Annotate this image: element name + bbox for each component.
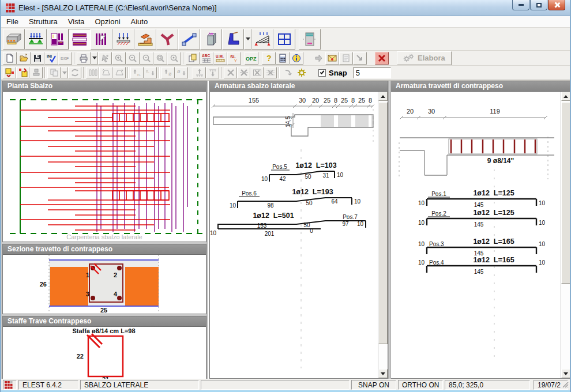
scroll-thumb[interactable] [378, 102, 388, 344]
staffe-canvas[interactable]: Staffa ø8/14 cm L=98 22 21 [3, 327, 206, 382]
decrease-count-button[interactable]: n. [144, 67, 157, 78]
raise-bar-button[interactable] [193, 67, 206, 78]
zoom-in-button[interactable] [112, 52, 126, 65]
snap-grid-size-input[interactable] [353, 67, 391, 78]
print-dropdown-button[interactable] [91, 52, 98, 65]
calculator-button[interactable] [276, 52, 290, 65]
text-table-button[interactable]: ABC [200, 52, 213, 65]
settings-gear-button[interactable] [295, 67, 308, 78]
minimize-button[interactable] [512, 0, 529, 10]
report-button[interactable] [339, 52, 353, 65]
status-coordinates: 85,0; 325,0 [445, 380, 530, 390]
info-button[interactable] [290, 52, 303, 65]
stair-3d-button[interactable] [134, 29, 156, 50]
svg-text:201: 201 [265, 231, 275, 237]
slab-plan-button[interactable] [47, 29, 69, 50]
increase-diameter-button[interactable]: ø [161, 67, 175, 78]
close-button[interactable] [548, 0, 565, 10]
menu-aiuto[interactable]: Aiuto [126, 16, 153, 27]
zoom-window-button[interactable] [167, 52, 181, 65]
distributed-load-button[interactable] [112, 29, 134, 50]
copy-bar-button[interactable] [47, 67, 61, 78]
retaining-wall-button[interactable] [222, 29, 244, 50]
status-snap[interactable]: SNAP ON [351, 380, 396, 390]
menu-file[interactable]: File [1, 16, 24, 27]
armatura-sbalzo-canvas[interactable]: 155 30 20 25 8 25 8 25 8 [210, 92, 378, 378]
inclined-beam-button[interactable] [178, 29, 200, 50]
load-positions-button[interactable] [16, 67, 29, 78]
delete-bar-button[interactable] [224, 67, 237, 78]
menu-opzioni[interactable]: Opzioni [89, 16, 125, 27]
zoom-out-button[interactable] [126, 52, 140, 65]
decrease-diameter-button[interactable]: ø [175, 67, 188, 78]
section-bars-button[interactable] [86, 67, 99, 78]
open-file-button[interactable] [17, 52, 31, 65]
beam-fork-button[interactable] [156, 29, 178, 50]
supports-loads-button[interactable] [25, 29, 47, 50]
slab-ribs-icon [93, 31, 110, 47]
new-file-button[interactable] [3, 52, 17, 65]
rotate-left-button[interactable] [99, 67, 112, 78]
status-ortho[interactable]: ORTHO ON [398, 380, 443, 390]
delete-zone-button[interactable] [250, 67, 264, 78]
help-button[interactable]: ? [262, 52, 276, 65]
snap-checkbox[interactable] [318, 69, 326, 77]
svg-text:10: 10 [261, 176, 268, 182]
scroll-up-button[interactable] [561, 92, 570, 101]
slab-ribs-button[interactable] [91, 29, 112, 50]
sbalzo-scrollbar[interactable] [378, 92, 388, 378]
refresh-button[interactable] [68, 67, 81, 78]
sheets-button[interactable] [186, 52, 200, 65]
wall-dropdown-button[interactable] [244, 29, 251, 50]
delete-hatch-button[interactable] [237, 67, 250, 78]
apply-arrow-button[interactable] [311, 52, 325, 65]
travetti-scrollbar[interactable] [561, 92, 570, 378]
pan-button[interactable] [98, 52, 112, 65]
pianta-canvas[interactable]: Carpenteria sbalzo laterale [3, 92, 206, 242]
svg-text:25: 25 [358, 97, 365, 104]
splitter-left[interactable] [206, 81, 209, 379]
menu-vista[interactable]: Vista [63, 16, 90, 27]
sl-button[interactable]: SLY [227, 52, 241, 65]
diameter-down-icon: ø [176, 68, 187, 77]
frame-button[interactable] [273, 29, 295, 50]
ini-settings-button[interactable]: INI [44, 52, 58, 65]
send-button[interactable] [353, 52, 367, 65]
refresh-icon [70, 68, 80, 77]
dxf-export-button[interactable]: DXF [58, 52, 72, 65]
resize-grip[interactable] [562, 381, 569, 388]
truss-loads-button[interactable] [251, 29, 273, 50]
scroll-down-button[interactable] [378, 369, 388, 378]
scroll-thumb[interactable] [561, 102, 570, 284]
rotate-right-button[interactable] [112, 67, 126, 78]
restore-button[interactable] [530, 0, 547, 10]
wall-panel-button[interactable] [299, 29, 321, 50]
lower-bar-button[interactable] [206, 67, 219, 78]
options-button[interactable]: OPZ [245, 52, 258, 65]
svg-text:8: 8 [351, 97, 355, 104]
zoom-previous-button[interactable] [140, 52, 153, 65]
copy-dropdown-button[interactable] [61, 67, 68, 78]
delete-button[interactable] [375, 52, 389, 65]
column-3d-button[interactable] [200, 29, 222, 50]
mail-button[interactable] [325, 52, 339, 65]
scroll-down-button[interactable] [561, 369, 570, 378]
increase-count-button[interactable]: n. [130, 67, 144, 78]
units-button[interactable]: U.M. [213, 52, 227, 65]
slab-lateral-button[interactable] [69, 29, 91, 50]
panel-armatura-travetti: Armatura travetti di contrappeso 20 30 1… [390, 81, 571, 379]
title-bar[interactable]: Elest - [SBALZO LATERALE (C:\Elest\Lavor… [1, 0, 570, 16]
delete-grid-button[interactable] [264, 67, 277, 78]
curve-tool-button[interactable] [281, 67, 295, 78]
scroll-up-button[interactable] [378, 92, 388, 101]
slab-3d-button[interactable] [3, 29, 25, 50]
sezione-canvas[interactable]: 1 2 3 4 26 25 [3, 255, 206, 314]
save-file-button[interactable] [31, 52, 44, 65]
elabora-button[interactable]: Elabora [397, 51, 452, 65]
zoom-extents-button[interactable] [153, 52, 167, 65]
stamp-button[interactable] [29, 67, 43, 78]
print-button[interactable] [77, 52, 91, 65]
armatura-travetti-canvas[interactable]: 20 30 119 [391, 92, 561, 378]
save-positions-button[interactable] [3, 67, 16, 78]
menu-struttura[interactable]: Struttura [24, 16, 63, 27]
